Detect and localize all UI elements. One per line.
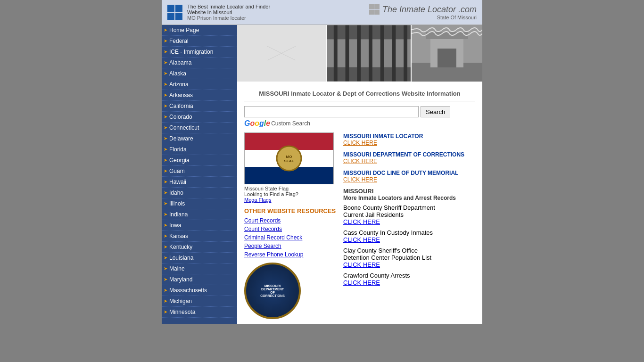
sidebar-item-home[interactable]: Home Page — [162, 25, 237, 36]
mo-link-title-doc-memorial: MISSOURI DOC LINE OF DUTY MEMORIAL — [343, 170, 458, 176]
missouri-more-sub: More Inmate Locators and Arrest Records — [343, 195, 475, 201]
svg-rect-6 — [346, 25, 349, 82]
sidebar-item-maryland[interactable]: Maryland — [162, 274, 237, 285]
sidebar-item-minnesota[interactable]: Minnesota — [162, 307, 237, 318]
mo-link-doc-memorial: MISSOURI DOC LINE OF DUTY MEMORIALCLICK … — [343, 169, 475, 183]
svg-rect-5 — [334, 25, 338, 82]
header: The Best Inmate Locator and Finder Websi… — [162, 0, 482, 25]
sidebar-item-illinois[interactable]: Illinois — [162, 198, 237, 209]
razor-wire-image — [412, 25, 482, 82]
sidebar-item-kansas[interactable]: Kansas — [162, 231, 237, 242]
county-click-here[interactable]: CLICK HERE — [343, 279, 380, 286]
info-section: MISSOURI Inmate Locator & Dept of Correc… — [237, 82, 482, 324]
search-area: Search G o o g l e Custom Search — [244, 106, 475, 128]
sidebar-item-guam[interactable]: Guam — [162, 166, 237, 177]
sidebar-item-iowa[interactable]: Iowa — [162, 220, 237, 231]
sidebar-item-delaware[interactable]: Delaware — [162, 133, 237, 144]
brand-state: State Of Missouri — [369, 15, 477, 20]
sidebar-item-idaho[interactable]: Idaho — [162, 188, 237, 198]
brand-name: The Inmate Locator .com — [382, 5, 477, 15]
county-click-here[interactable]: CLICK HERE — [343, 261, 380, 268]
sidebar-item-maine[interactable]: Maine — [162, 263, 237, 274]
mo-link-click-doc-memorial[interactable]: CLICK HERE — [343, 176, 475, 183]
svg-rect-15 — [426, 32, 468, 39]
other-resources: OTHER WEBSITE RESOURCES Court RecordsCou… — [244, 207, 339, 258]
header-text: The Best Inmate Locator and Finder Websi… — [187, 4, 369, 21]
county-detail: Current Jail Residents — [343, 211, 475, 218]
mo-link-title-inmate-locator: MISSOURI INMATE LOCATOR — [343, 133, 423, 140]
county-item: Cass County In Custody InmatesCLICK HERE — [343, 229, 475, 243]
sidebar-item-massachusetts[interactable]: Massachusetts — [162, 285, 237, 296]
sidebar-item-alabama[interactable]: Alabama — [162, 58, 237, 68]
sidebar-item-ice[interactable]: ICE - Immigration — [162, 47, 237, 58]
county-name: Crawford County — [343, 272, 389, 279]
missouri-flag: MOSEAL — [244, 132, 334, 184]
svg-rect-16 — [438, 49, 456, 67]
brand-logo-squares — [369, 4, 380, 15]
mega-flags-link[interactable]: Mega Flags — [244, 197, 271, 203]
svg-rect-10 — [392, 25, 396, 82]
content: MISSOURI Inmate Locator & Dept of Correc… — [237, 25, 482, 324]
flag-seal: MOSEAL — [276, 146, 302, 172]
county-item: Clay County Sheriff's OfficeDetention Ce… — [343, 247, 475, 268]
missouri-more-heading: MISSOURI — [343, 188, 475, 195]
sidebar-item-colorado[interactable]: Colorado — [162, 112, 237, 123]
image-placeholder — [237, 25, 327, 82]
sidebar-item-georgia[interactable]: Georgia — [162, 155, 237, 166]
mo-link-title-dept-corrections: MISSOURI DEPARTMENT OF CORRECTIONS — [343, 151, 464, 158]
page-heading: MISSOURI Inmate Locator & Dept of Correc… — [244, 86, 475, 101]
county-name: Boone County — [343, 204, 382, 211]
site-logo — [167, 5, 182, 20]
mo-links: MISSOURI INMATE LOCATORCLICK HEREMISSOUR… — [343, 132, 475, 183]
mo-link-inmate-locator: MISSOURI INMATE LOCATORCLICK HERE — [343, 132, 475, 146]
sidebar-item-alaska[interactable]: Alaska — [162, 68, 237, 79]
resource-link-court-records[interactable]: Court Records — [244, 217, 339, 224]
svg-rect-9 — [380, 25, 384, 82]
sidebar-item-arkansas[interactable]: Arkansas — [162, 90, 237, 101]
sidebar-item-arizona[interactable]: Arizona — [162, 79, 237, 90]
county-item: Boone County Sheriff DepartmentCurrent J… — [343, 204, 475, 225]
sidebar-item-federal[interactable]: Federal — [162, 36, 237, 47]
search-button[interactable]: Search — [421, 106, 450, 117]
resource-link-reverse-phone[interactable]: Reverse Phone Lookup — [244, 251, 339, 258]
sub-title: MO Prison Inmate locater — [187, 15, 369, 21]
county-click-here[interactable]: CLICK HERE — [343, 218, 380, 225]
county-dept: Sheriff's Office — [378, 247, 418, 254]
sidebar-item-indiana[interactable]: Indiana — [162, 209, 237, 220]
sidebar-item-california[interactable]: California — [162, 101, 237, 112]
svg-rect-7 — [357, 25, 361, 82]
county-dept: In Custody Inmates — [380, 229, 433, 236]
google-g2: g — [259, 119, 264, 128]
svg-rect-8 — [369, 25, 372, 82]
sidebar-item-kentucky[interactable]: Kentucky — [162, 242, 237, 253]
flag-container: MOSEAL Missouri State Flag Looking to Fi… — [244, 132, 334, 203]
mo-link-click-inmate-locator[interactable]: CLICK HERE — [343, 140, 475, 146]
sidebar-item-michigan[interactable]: Michigan — [162, 296, 237, 307]
sidebar-item-louisiana[interactable]: Louisiana — [162, 253, 237, 263]
sidebar-item-hawaii[interactable]: Hawaii — [162, 177, 237, 188]
search-form: Search — [244, 106, 475, 117]
images-row — [237, 25, 482, 82]
county-dept: Arrests — [390, 272, 410, 279]
county-name: Cass County — [343, 229, 378, 236]
county-click-here[interactable]: CLICK HERE — [343, 236, 380, 243]
other-resources-heading: OTHER WEBSITE RESOURCES — [244, 207, 339, 214]
google-o2: o — [255, 119, 259, 128]
resource-link-criminal-record[interactable]: Criminal Record Check — [244, 234, 339, 241]
resource-link-count-records[interactable]: Count Records — [244, 226, 339, 232]
resource-link-people-search[interactable]: People Search — [244, 243, 339, 249]
state-name: Website In Missouri — [187, 9, 369, 15]
sidebar-item-florida[interactable]: Florida — [162, 144, 237, 155]
county-dept: Sheriff Department — [384, 204, 435, 211]
doc-badge: MISSOURIDEPARTMENTOFCORRECTIONS — [244, 263, 301, 319]
google-bar: G o o g l e Custom Search — [244, 119, 475, 128]
left-column: MOSEAL Missouri State Flag Looking to Fi… — [244, 132, 339, 319]
google-o1: o — [250, 119, 255, 128]
doc-badge-text: MISSOURIDEPARTMENTOFCORRECTIONS — [260, 284, 285, 297]
mo-link-click-dept-corrections[interactable]: CLICK HERE — [343, 158, 475, 165]
svg-rect-11 — [404, 25, 407, 82]
sidebar-item-connecticut[interactable]: Connecticut — [162, 123, 237, 133]
search-input[interactable] — [244, 106, 419, 117]
prison-bars-image — [327, 25, 412, 82]
google-g: G — [244, 119, 250, 128]
